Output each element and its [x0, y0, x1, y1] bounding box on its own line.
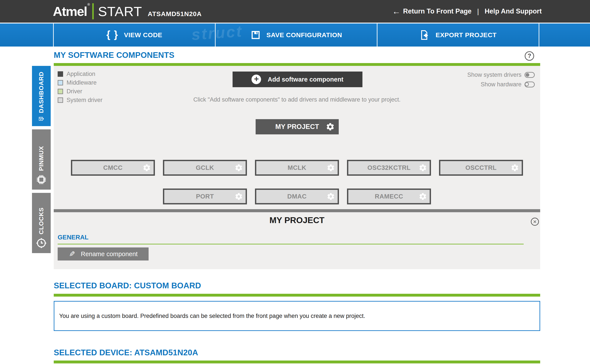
export-project-button[interactable]: EXPORT PROJECT	[377, 24, 539, 46]
save-floppy-icon	[250, 30, 261, 40]
sidebar-item-pinmux[interactable]: PINMUX	[32, 129, 51, 190]
registered-mark: ®	[87, 3, 90, 6]
middleware-swatch	[58, 80, 63, 85]
toolbar-right-spacer	[539, 24, 590, 46]
component-gclk[interactable]: GCLK	[163, 160, 247, 176]
gear-icon[interactable]	[327, 192, 335, 201]
driver-swatch	[58, 89, 63, 94]
logo-divider	[92, 3, 94, 19]
show-system-drivers-toggle[interactable]: Show system drivers	[467, 72, 535, 78]
pencil-icon: ✎	[69, 250, 75, 258]
custom-board-message-box: You are using a custom board. Predefined…	[54, 301, 540, 331]
gear-icon[interactable]	[143, 163, 151, 172]
gear-icon[interactable]	[419, 163, 427, 172]
app-header: Atmel® START ATSAMD51N20A ← Return To Fr…	[0, 0, 590, 23]
atmel-start-logo: Atmel® START ATSAMD51N20A	[53, 3, 202, 19]
sidebar-item-dashboard[interactable]: DASHBOARD	[32, 66, 51, 126]
selected-device-title: SELECTED DEVICE: ATSAMD51N20A	[54, 347, 540, 358]
close-icon[interactable]: ×	[531, 218, 539, 226]
code-braces-icon: { }	[106, 28, 118, 40]
general-section-underline	[58, 244, 524, 244]
panel-divider	[54, 209, 540, 212]
component-oscctrl[interactable]: OSCCTRL	[439, 160, 523, 176]
gear-icon[interactable]	[326, 122, 335, 131]
gear-icon[interactable]	[419, 192, 427, 201]
gear-icon[interactable]	[235, 163, 243, 172]
application-swatch	[58, 71, 63, 77]
sidebar: DASHBOARD PINMUX CLOCKS	[32, 66, 51, 253]
brand-name: Atmel®	[53, 4, 89, 19]
component-osc32kctrl[interactable]: OSC32KCTRL	[347, 160, 431, 176]
component-cmcc[interactable]: CMCC	[71, 160, 155, 176]
green-divider-bar	[54, 294, 540, 297]
toggle-on-icon[interactable]	[524, 72, 535, 78]
save-configuration-button[interactable]: SAVE CONFIGURATION	[216, 24, 377, 46]
gear-icon[interactable]	[235, 192, 243, 201]
gear-icon[interactable]	[327, 163, 335, 172]
component-port[interactable]: PORT	[163, 188, 247, 204]
software-components-panel: Application Middleware Driver System dri…	[54, 66, 540, 269]
sidebar-item-clocks[interactable]: CLOCKS	[32, 193, 51, 253]
add-software-component-button[interactable]: + Add software component	[233, 72, 362, 87]
green-divider-bar	[54, 63, 540, 66]
help-icon[interactable]: ?	[525, 51, 534, 61]
return-to-front-page-link[interactable]: ← Return To Front Page	[392, 7, 472, 15]
component-ramecc[interactable]: RAMECC	[347, 188, 431, 204]
export-document-icon	[420, 30, 430, 40]
rename-component-button[interactable]: ✎ Rename component	[58, 247, 149, 260]
my-project-node[interactable]: MY PROJECT	[256, 119, 339, 134]
component-mclk[interactable]: MCLK	[255, 160, 339, 176]
view-code-button[interactable]: { } VIEW CODE	[54, 24, 216, 46]
toggle-off-icon[interactable]	[524, 82, 535, 87]
legend-item-middleware: Middleware	[58, 79, 102, 86]
gear-icon[interactable]	[511, 163, 519, 172]
component-dmac[interactable]: DMAC	[255, 188, 339, 204]
help-and-support-link[interactable]: Help And Support	[485, 7, 542, 15]
product-name: START	[98, 4, 142, 19]
toolbar-left-spacer	[0, 24, 54, 46]
dashboard-icon	[36, 116, 47, 122]
add-component-hint: Click "Add software components" to add d…	[54, 96, 540, 103]
legend-item-driver: Driver	[58, 88, 102, 95]
legend-item-application: Application	[58, 71, 102, 78]
action-toolbar: struct { } VIEW CODE SAVE CONFIGURATION …	[0, 24, 590, 46]
header-device-name: ATSAMD51N20A	[148, 10, 202, 18]
green-divider-bar	[54, 361, 540, 363]
header-links-divider: |	[477, 7, 479, 15]
show-hardware-toggle[interactable]: Show hardware	[481, 81, 535, 88]
clock-icon	[36, 237, 47, 249]
general-section-label: GENERAL	[58, 234, 89, 241]
plus-icon: +	[251, 75, 261, 84]
pinmux-chip-icon	[36, 174, 47, 185]
back-arrow-icon: ←	[392, 7, 400, 15]
selected-board-title: SELECTED BOARD: CUSTOM BOARD	[54, 280, 540, 291]
software-components-title: MY SOFTWARE COMPONENTS	[54, 50, 540, 61]
selected-component-title: MY PROJECT	[54, 215, 540, 225]
